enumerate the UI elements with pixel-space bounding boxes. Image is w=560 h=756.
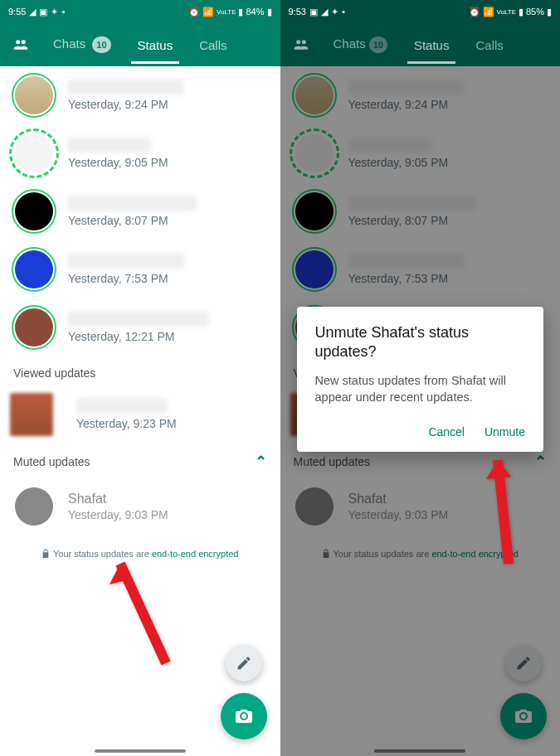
status-item[interactable]: Yesterday, 9:05 PM xyxy=(0,124,280,182)
avatar xyxy=(15,192,53,230)
battery-text: 85% xyxy=(526,7,544,17)
signal-icon: ▮ xyxy=(238,7,243,17)
svg-point-0 xyxy=(16,40,20,44)
avatar xyxy=(15,308,53,346)
wifi-icon: 📶 xyxy=(483,7,494,17)
top-bar: Chats10 Status Calls xyxy=(280,23,561,66)
signal-icon: ▮ xyxy=(519,7,523,17)
contact-name-blurred xyxy=(68,80,184,94)
status-item-muted[interactable]: Shafat Yesterday, 9:03 PM xyxy=(0,477,280,536)
avatar xyxy=(15,250,53,288)
contact-name-blurred xyxy=(68,254,184,269)
status-item[interactable]: Yesterday, 8:07 PM xyxy=(0,182,280,240)
status-item[interactable]: Yesterday, 9:24 PM xyxy=(0,66,280,124)
tab-calls: Calls xyxy=(462,27,516,64)
avatar-blurred xyxy=(10,393,53,436)
telegram-icon: ◢ xyxy=(29,7,36,17)
status-item-viewed[interactable]: Yesterday, 9:23 PM xyxy=(0,386,280,443)
contact-name-blurred xyxy=(76,399,168,414)
encryption-link[interactable]: end-to-end encrypted xyxy=(152,549,239,559)
alarm-icon: ⏰ xyxy=(469,7,480,17)
gallery-icon: ▣ xyxy=(309,7,318,17)
dialog-body: New status updates from Shafat will appe… xyxy=(315,372,526,406)
alarm-icon: ⏰ xyxy=(188,7,200,17)
lock-icon xyxy=(41,549,50,559)
status-time: Yesterday, 7:53 PM xyxy=(68,272,269,285)
muted-updates-header[interactable]: Muted updates ⌃ xyxy=(0,443,280,477)
status-time: Yesterday, 12:21 PM xyxy=(68,330,269,343)
status-time: Yesterday, 9:24 PM xyxy=(68,98,269,111)
dialog-title: Unmute Shafat's status updates? xyxy=(315,323,526,362)
screenshot-left: 9:55 ◢ ▣ ✦ • ⏰ 📶 VoLTE ▮ 84% ▮ Chats 10 … xyxy=(0,0,280,756)
contact-name-blurred xyxy=(68,312,209,327)
contact-name-blurred xyxy=(68,138,151,153)
wifi-icon: 📶 xyxy=(202,7,214,17)
tab-calls[interactable]: Calls xyxy=(186,27,240,64)
gallery-icon: ▣ xyxy=(39,7,47,17)
battery-icon: ▮ xyxy=(547,7,552,17)
more-icon: • xyxy=(61,7,65,17)
contact-name-blurred xyxy=(68,196,197,211)
more-icon: • xyxy=(342,7,345,17)
chats-badge: 10 xyxy=(92,36,110,53)
clock-time: 9:53 xyxy=(289,7,306,17)
status-item[interactable]: Yesterday, 7:53 PM xyxy=(0,240,280,298)
svg-point-2 xyxy=(296,40,300,44)
cancel-button[interactable]: Cancel xyxy=(428,425,465,439)
status-bar: 9:53 ▣ ◢ ✦ • ⏰ 📶 VoLTE ▮ 85% ▮ xyxy=(280,0,561,23)
camera-fab[interactable] xyxy=(221,693,267,739)
status-item[interactable]: Yesterday, 12:21 PM xyxy=(0,298,280,356)
slack-icon: ✦ xyxy=(51,7,58,17)
edit-fab[interactable] xyxy=(226,645,262,681)
top-bar: Chats 10 Status Calls xyxy=(0,23,280,66)
communities-icon[interactable] xyxy=(10,36,32,53)
status-bar: 9:55 ◢ ▣ ✦ • ⏰ 📶 VoLTE ▮ 84% ▮ xyxy=(0,0,280,23)
svg-point-1 xyxy=(22,40,26,44)
unmute-dialog: Unmute Shafat's status updates? New stat… xyxy=(297,307,544,452)
status-time: Yesterday, 8:07 PM xyxy=(68,214,269,227)
slack-icon: ✦ xyxy=(331,7,338,17)
svg-point-3 xyxy=(301,40,305,44)
status-time: Yesterday, 9:23 PM xyxy=(76,417,269,430)
battery-icon: ▮ xyxy=(267,7,272,17)
communities-icon xyxy=(290,36,312,53)
tab-chats[interactable]: Chats 10 xyxy=(40,25,124,65)
avatar xyxy=(15,76,53,114)
clock-time: 9:55 xyxy=(8,7,26,17)
status-list: Yesterday, 9:24 PM Yesterday, 9:05 PM Ye… xyxy=(0,66,280,756)
contact-name: Shafat xyxy=(68,492,269,506)
avatar xyxy=(15,487,53,526)
battery-text: 84% xyxy=(246,7,264,17)
screenshot-right: 9:53 ▣ ◢ ✦ • ⏰ 📶 VoLTE ▮ 85% ▮ Chats10 S… xyxy=(280,0,561,756)
chevron-up-icon: ⌃ xyxy=(255,453,267,471)
status-time: Yesterday, 9:05 PM xyxy=(68,156,269,169)
volte-icon: VoLTE xyxy=(497,8,516,16)
unmute-button[interactable]: Unmute xyxy=(485,425,525,439)
viewed-updates-header[interactable]: Viewed updates xyxy=(0,356,280,386)
status-time: Yesterday, 9:03 PM xyxy=(68,508,269,521)
avatar xyxy=(15,134,53,172)
home-indicator xyxy=(95,749,186,753)
volte-icon: VoLTE xyxy=(217,8,236,16)
tab-status[interactable]: Status xyxy=(124,27,187,64)
encryption-notice: Your status updates are end-to-end encry… xyxy=(0,536,280,572)
telegram-icon: ◢ xyxy=(321,7,328,17)
tab-status: Status xyxy=(401,27,463,64)
tab-chats: Chats10 xyxy=(320,25,401,65)
